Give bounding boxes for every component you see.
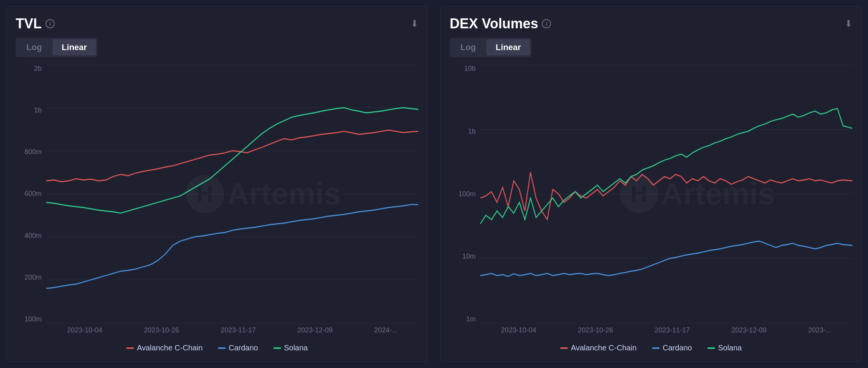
cardano-legend-label: Cardano [229, 344, 258, 352]
legend-avalanche: Avalanche C-Chain [126, 344, 203, 352]
dex-solana-legend-color [707, 347, 715, 349]
dex-legend-cardano: Cardano [652, 344, 692, 352]
dex-legend: Avalanche C-Chain Cardano Solana [450, 337, 852, 352]
dex-chart-content: H Artemis [480, 65, 852, 323]
solana-legend-color [273, 347, 281, 349]
dex-legend-solana: Solana [707, 344, 742, 352]
dex-x-axis: 2023-10-04 2023-10-26 2023-11-17 2023-12… [480, 323, 852, 337]
dex-avalanche-legend-label: Avalanche C-Chain [571, 344, 637, 352]
tvl-header: TVL i ⬇ [16, 16, 418, 32]
dex-toggle-group: Log Linear [450, 38, 532, 57]
tvl-download-icon[interactable]: ⬇ [411, 18, 418, 29]
dex-avalanche-legend-color [560, 347, 568, 349]
grid-line [480, 323, 852, 323]
tvl-toggle-group: Log Linear [16, 38, 98, 57]
tvl-x-axis: 2023-10-04 2023-10-26 2023-11-17 2023-12… [46, 323, 418, 337]
legend-cardano: Cardano [218, 344, 258, 352]
tvl-log-button[interactable]: Log [17, 39, 51, 55]
dex-linear-button[interactable]: Linear [486, 39, 530, 55]
dex-panel: DEX Volumes i ⬇ Log Linear 10b 1b 100m 1… [440, 6, 862, 362]
dex-title-text: DEX Volumes [450, 16, 538, 32]
tvl-chart-content: H Artemis [46, 65, 418, 323]
dex-cardano-legend-label: Cardano [663, 344, 692, 352]
dex-solana-legend-label: Solana [718, 344, 742, 352]
tvl-info-icon[interactable]: i [46, 19, 55, 28]
dex-chart-svg [480, 65, 852, 323]
solana-legend-label: Solana [284, 344, 308, 352]
tvl-panel: TVL i ⬇ Log Linear 2b 1b 800m 600m 400m … [6, 6, 428, 362]
cardano-legend-color [218, 347, 226, 349]
tvl-y-axis: 2b 1b 800m 600m 400m 200m 100m [16, 65, 46, 323]
avalanche-legend-color [126, 347, 134, 349]
dex-y-axis: 10b 1b 100m 10m 1m [450, 65, 480, 323]
dex-legend-avalanche: Avalanche C-Chain [560, 344, 637, 352]
tvl-title-text: TVL [16, 16, 42, 32]
tvl-linear-button[interactable]: Linear [52, 39, 96, 55]
dex-chart-area: 10b 1b 100m 10m 1m H Artemis [450, 65, 852, 323]
dex-cardano-legend-color [652, 347, 660, 349]
dex-log-button[interactable]: Log [451, 39, 485, 55]
tvl-chart-svg [46, 65, 418, 323]
dex-info-icon[interactable]: i [542, 19, 551, 28]
tvl-title: TVL i [16, 16, 55, 32]
dex-download-icon[interactable]: ⬇ [845, 18, 852, 29]
grid-line [46, 323, 418, 323]
dex-title: DEX Volumes i [450, 16, 551, 32]
dex-header: DEX Volumes i ⬇ [450, 16, 852, 32]
legend-solana: Solana [273, 344, 308, 352]
avalanche-legend-label: Avalanche C-Chain [137, 344, 203, 352]
tvl-legend: Avalanche C-Chain Cardano Solana [16, 337, 418, 352]
tvl-chart-area: 2b 1b 800m 600m 400m 200m 100m H Artemis [16, 65, 418, 323]
